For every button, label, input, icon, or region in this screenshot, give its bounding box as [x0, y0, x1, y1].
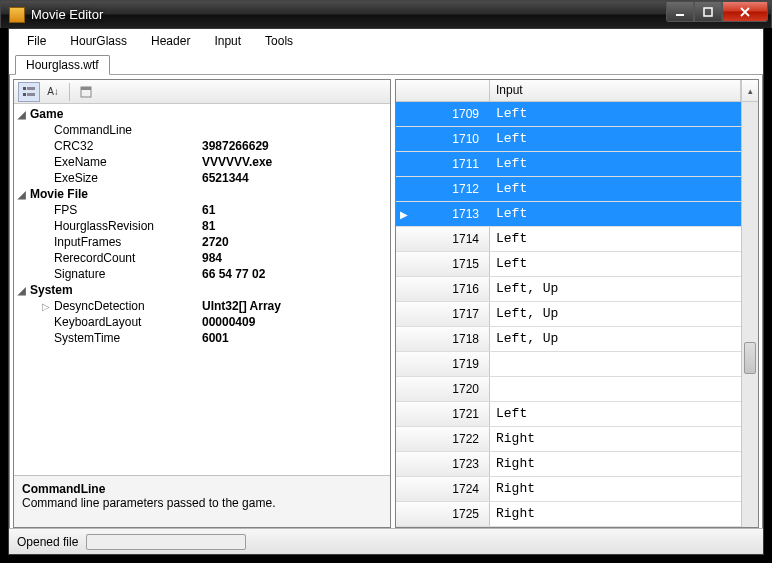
alphabetical-button[interactable]: A↓	[42, 82, 64, 102]
table-row[interactable]: 1711Left	[396, 152, 741, 177]
row-header[interactable]: ▶1713	[396, 202, 490, 226]
menu-file[interactable]: File	[17, 32, 56, 50]
row-header[interactable]: 1725	[396, 502, 490, 526]
row-header[interactable]: 1711	[396, 152, 490, 176]
table-row[interactable]: 1718Left, Up	[396, 327, 741, 352]
input-cell[interactable]: Left	[490, 102, 741, 126]
table-row[interactable]: 1714Left	[396, 227, 741, 252]
property-value[interactable]: VVVVVV.exe	[202, 155, 386, 169]
property-name: RerecordCount	[54, 251, 202, 265]
grid-corner[interactable]	[396, 80, 490, 101]
maximize-button[interactable]	[694, 2, 722, 22]
table-row[interactable]: ▶1713Left	[396, 202, 741, 227]
property-row[interactable]: Signature66 54 77 02	[14, 266, 390, 282]
categorized-button[interactable]	[18, 82, 40, 102]
table-row[interactable]: 1721Left	[396, 402, 741, 427]
table-row[interactable]: 1723Right	[396, 452, 741, 477]
row-header[interactable]: 1723	[396, 452, 490, 476]
input-cell[interactable]: Left, Up	[490, 277, 741, 301]
row-header[interactable]: 1720	[396, 377, 490, 401]
scroll-up-button[interactable]: ▴	[741, 80, 758, 101]
current-row-icon: ▶	[400, 209, 408, 220]
row-header[interactable]: 1710	[396, 127, 490, 151]
input-cell[interactable]: Left	[490, 402, 741, 426]
input-cell[interactable]: Right	[490, 477, 741, 501]
input-cell[interactable]: Right	[490, 452, 741, 476]
input-cell[interactable]: Left	[490, 127, 741, 151]
table-row[interactable]: 1720	[396, 377, 741, 402]
property-row[interactable]: ExeNameVVVVVV.exe	[14, 154, 390, 170]
category-row[interactable]: ◢System	[14, 282, 390, 298]
property-value[interactable]: 2720	[202, 235, 386, 249]
row-header[interactable]: 1715	[396, 252, 490, 276]
row-header[interactable]: 1722	[396, 427, 490, 451]
property-pages-button[interactable]	[75, 82, 97, 102]
property-value[interactable]: 6521344	[202, 171, 386, 185]
table-row[interactable]: 1712Left	[396, 177, 741, 202]
menu-input[interactable]: Input	[204, 32, 251, 50]
property-row[interactable]: KeyboardLayout00000409	[14, 314, 390, 330]
property-row[interactable]: ExeSize6521344	[14, 170, 390, 186]
menu-header[interactable]: Header	[141, 32, 200, 50]
input-cell[interactable]: Right	[490, 502, 741, 526]
table-row[interactable]: 1725Right	[396, 502, 741, 527]
tab-hourglass-file[interactable]: Hourglass.wtf	[15, 55, 110, 75]
property-value[interactable]: 81	[202, 219, 386, 233]
grid-rows[interactable]: 1709Left1710Left1711Left1712Left▶1713Lef…	[396, 102, 741, 527]
row-header[interactable]: 1716	[396, 277, 490, 301]
property-row[interactable]: HourglassRevision81	[14, 218, 390, 234]
row-header[interactable]: 1719	[396, 352, 490, 376]
titlebar[interactable]: Movie Editor	[0, 0, 772, 28]
expand-icon[interactable]: ▷	[42, 301, 54, 312]
property-row[interactable]: SystemTime6001	[14, 330, 390, 346]
input-cell[interactable]: Left, Up	[490, 327, 741, 351]
property-row[interactable]: InputFrames2720	[14, 234, 390, 250]
column-header-input[interactable]: Input	[490, 80, 741, 101]
table-row[interactable]: 1709Left	[396, 102, 741, 127]
property-value[interactable]: 00000409	[202, 315, 386, 329]
category-row[interactable]: ◢Movie File	[14, 186, 390, 202]
input-cell[interactable]	[490, 352, 741, 376]
input-cell[interactable]: Left	[490, 202, 741, 226]
property-value[interactable]: 6001	[202, 331, 386, 345]
input-cell[interactable]: Left	[490, 152, 741, 176]
table-row[interactable]: 1717Left, Up	[396, 302, 741, 327]
row-header[interactable]: 1721	[396, 402, 490, 426]
table-row[interactable]: 1715Left	[396, 252, 741, 277]
input-cell[interactable]: Right	[490, 427, 741, 451]
property-row[interactable]: CommandLine	[14, 122, 390, 138]
row-header[interactable]: 1718	[396, 327, 490, 351]
property-row[interactable]: ▷DesyncDetectionUInt32[] Array	[14, 298, 390, 314]
table-row[interactable]: 1724Right	[396, 477, 741, 502]
row-header[interactable]: 1714	[396, 227, 490, 251]
property-row[interactable]: FPS61	[14, 202, 390, 218]
close-button[interactable]	[722, 2, 768, 22]
row-header[interactable]: 1709	[396, 102, 490, 126]
scrollbar-thumb[interactable]	[744, 342, 756, 374]
menu-hourglass[interactable]: HourGlass	[60, 32, 137, 50]
input-cell[interactable]: Left	[490, 252, 741, 276]
property-value[interactable]: 66 54 77 02	[202, 267, 386, 281]
category-row[interactable]: ◢Game	[14, 106, 390, 122]
vertical-scrollbar[interactable]	[741, 102, 758, 527]
input-cell[interactable]: Left	[490, 177, 741, 201]
input-cell[interactable]: Left, Up	[490, 302, 741, 326]
menu-tools[interactable]: Tools	[255, 32, 303, 50]
table-row[interactable]: 1722Right	[396, 427, 741, 452]
row-header[interactable]: 1724	[396, 477, 490, 501]
property-row[interactable]: RerecordCount984	[14, 250, 390, 266]
table-row[interactable]: 1710Left	[396, 127, 741, 152]
table-row[interactable]: 1716Left, Up	[396, 277, 741, 302]
property-grid[interactable]: ◢GameCommandLineCRC323987266629ExeNameVV…	[14, 104, 390, 475]
property-value[interactable]: 984	[202, 251, 386, 265]
property-value[interactable]: 3987266629	[202, 139, 386, 153]
input-cell[interactable]: Left	[490, 227, 741, 251]
row-header[interactable]: 1717	[396, 302, 490, 326]
property-row[interactable]: CRC323987266629	[14, 138, 390, 154]
property-value[interactable]: UInt32[] Array	[202, 299, 386, 313]
minimize-button[interactable]	[666, 2, 694, 22]
table-row[interactable]: 1719	[396, 352, 741, 377]
input-cell[interactable]	[490, 377, 741, 401]
row-header[interactable]: 1712	[396, 177, 490, 201]
property-value[interactable]: 61	[202, 203, 386, 217]
